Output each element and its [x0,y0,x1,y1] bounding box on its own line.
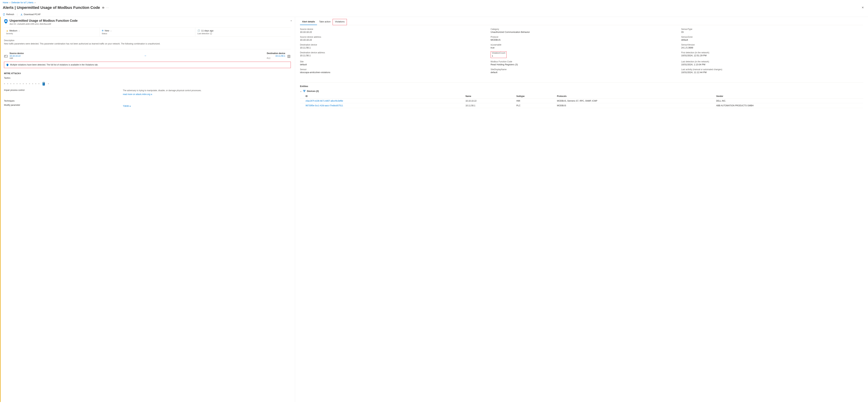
tab-violations[interactable]: Violations [333,19,347,25]
table-row[interactable]: 96730f5e-3cc1-41fd-aacc-f7edbcb5751110.1… [300,103,863,108]
right-pane: Alert details Take action Violations Sou… [295,17,868,402]
status-row: ▲Medium⌄ Severity ✲New⌄ Status 🕐11 days … [4,27,291,36]
download-label: Download PCAP [24,13,41,15]
breadcrumb-defender[interactable]: Defender for IoT | Alerts [11,1,33,4]
svg-point-3 [6,21,6,22]
tactic-dot [26,83,27,84]
external-link-icon: ⧉ [151,93,152,96]
tactics-label: Tactics [4,77,291,79]
col-protocols[interactable]: Protocols [556,94,715,99]
violations-warning-box: Multiple violations have been detected. … [4,62,291,68]
col-vendor[interactable]: Vendor [715,94,863,99]
severity-cell[interactable]: ▲Medium⌄ Severity [4,28,100,36]
alert-id: Alert ID: c3a9a66f-a0d0-439f-a1b1-3b8cf0… [9,23,78,25]
detail-modbus-function-code: Modbus Function CodeRead Holding Registe… [491,60,673,66]
entities-table: IDNameSubtypeProtocolsVendor c6ac287f-e1… [300,94,863,108]
technique-link[interactable]: T0836 ⧉ [123,104,131,108]
tabs: Alert details Take action Violations [300,19,863,25]
command-bar: Refresh | Download PCAP [0,12,868,17]
col-name[interactable]: Name [464,94,515,99]
entity-id-link[interactable]: c6ac287f-e108-4b71-b807-a6ccf4c3ef8e [306,100,343,102]
devices-icon [303,90,306,93]
detail-sensor: Sensoridoscapa-amitcohen-violations [300,68,482,74]
source-ip[interactable]: 10.10.10.22 [9,55,21,57]
detail-last-detection-in-the-network-: Last detection (in the network)10/31/202… [681,60,863,66]
tactic-dot [29,83,30,84]
refresh-button[interactable]: Refresh [3,13,14,15]
impair-process-icon[interactable]: 🛢️ [41,82,46,86]
tab-take-action[interactable]: Take action [317,19,333,25]
source-device[interactable]: Source device 10.10.10.22 HMI [4,52,24,59]
breadcrumb-home[interactable]: Home [3,1,8,4]
collapse-icon[interactable]: « [290,19,292,22]
dest-ip[interactable]: 10.11.50.1 [275,55,285,57]
detection-cell: 🕐11 days ago Last detection i [195,28,291,36]
tactic-dot [48,83,49,84]
shield-small-icon [6,64,9,66]
tactic-desc: The adversary is trying to manipulate, d… [123,89,291,92]
detail-source-device: Source device10.10.10.22 [300,28,482,33]
dest-type: PLC [267,57,285,59]
left-pane: Unpermitted Usage of Modbus Function Cod… [0,17,295,402]
detail-sensorversion: SensorVersion24.1.5.3689 [681,43,863,49]
info-icon[interactable]: i [210,33,212,35]
tactic-dot [4,83,5,84]
destination-device[interactable]: Destination device 10.11.50.1 PLC [267,52,291,59]
detail-sensortype: SensorTypeOt [681,28,863,33]
description-text: New traffic parameters were detected. Th… [4,42,291,45]
hmi-icon [4,55,8,58]
detection-label: Last detection [197,32,209,35]
violations-warning-text: Multiple violations have been detected. … [10,64,98,66]
chevron-down-icon[interactable]: ⌄ [300,90,302,92]
detail-first-detection-in-the-network-: First detection (in the network)10/31/20… [681,52,863,58]
tactic-dot [32,83,33,84]
status-icon: ✲ [102,29,104,32]
status-label: Status [102,32,193,35]
severity-value: Medium [9,29,18,32]
tactic-dot [13,83,14,84]
tactic-dot [23,83,24,84]
description-label: Description [4,39,291,42]
external-link-icon: ⧉ [129,105,131,107]
svg-rect-2 [6,21,6,21]
chevron-down-icon: ⌄ [19,30,20,32]
svg-rect-9 [303,90,304,91]
download-pcap-button[interactable]: Download PCAP [20,13,41,15]
arrow-right-icon: → [144,54,147,57]
severity-label: Severity [6,32,97,35]
entities-group-label: Devices (2) [307,90,319,92]
table-row[interactable]: c6ac287f-e108-4b71-b807-a6ccf4c3ef8e10.1… [300,99,863,103]
chevron-right-icon: > [9,2,10,4]
pin-icon[interactable] [102,6,104,9]
entities-group-row[interactable]: ⌄ Devices (2) [300,90,863,93]
source-type: HMI [9,57,24,59]
detail-site: Sitedefault [300,60,482,66]
close-icon[interactable]: ✕ [860,5,865,10]
tactic-dot [20,83,21,84]
more-icon[interactable]: ··· [106,6,109,9]
detail-sensorzone: SensorZonedefault [681,36,863,41]
tactic-dot [7,83,8,84]
entities-title: Entities [300,82,863,88]
tactic-dot [38,83,39,84]
tactic-name: Impair process control [4,89,119,96]
detail-islearnable: isLearnabletrue [491,43,673,49]
clock-icon: 🕐 [197,29,200,32]
status-cell[interactable]: ✲New⌄ Status [100,28,195,36]
entity-id-link[interactable]: 96730f5e-3cc1-41fd-aacc-f7edbcb57511 [306,104,343,107]
detail-protocol: ProtocolMODBUS [491,36,673,41]
page-title: Alerts | Unpermitted Usage of Modbus Fun… [3,5,100,10]
col-id[interactable]: ID [300,94,464,99]
tactics-timeline: 🛢️ [4,82,291,86]
mitre-link[interactable]: read more on attack.mitre.org ⧉ [123,93,152,96]
detection-value: 11 days ago [201,29,214,32]
tactic-dot [17,83,18,84]
warning-icon: ▲ [6,29,8,32]
techniques-label: Techniques [4,100,291,102]
details-grid: Source device10.10.10.22CategoryUnauthor… [300,28,863,74]
col-subtype[interactable]: Subtype [515,94,556,99]
tab-alert-details[interactable]: Alert details [300,19,317,25]
detail-violationcount: ViolationCount1 [491,52,673,58]
refresh-label: Refresh [6,13,14,15]
plc-icon [287,55,291,58]
